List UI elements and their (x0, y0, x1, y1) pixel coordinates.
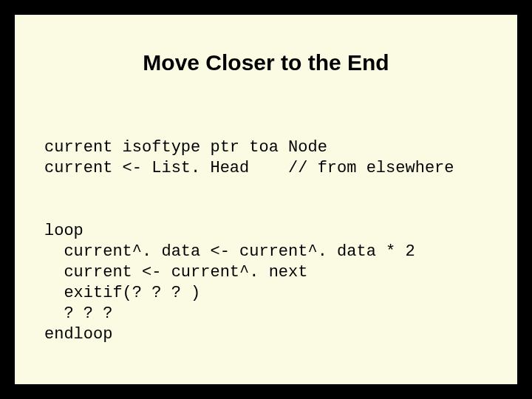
code-line: ? ? ? (44, 304, 112, 323)
code-line: endloop (44, 325, 112, 344)
code-block: current isoftype ptr toa Node current <-… (44, 117, 488, 366)
code-line: current <- current^. next (44, 263, 307, 282)
code-line: current isoftype ptr toa Node (44, 138, 327, 157)
slide: Move Closer to the End current isoftype … (13, 13, 519, 386)
slide-title: Move Closer to the End (44, 50, 488, 75)
code-line: loop (44, 222, 83, 240)
slide-frame: Move Closer to the End current isoftype … (0, 0, 532, 399)
code-line: exitif(? ? ? ) (44, 284, 200, 302)
code-line: current <- List. Head // from elsewhere (44, 159, 454, 177)
code-line: current^. data <- current^. data * 2 (44, 242, 415, 261)
blank-line (44, 179, 488, 200)
